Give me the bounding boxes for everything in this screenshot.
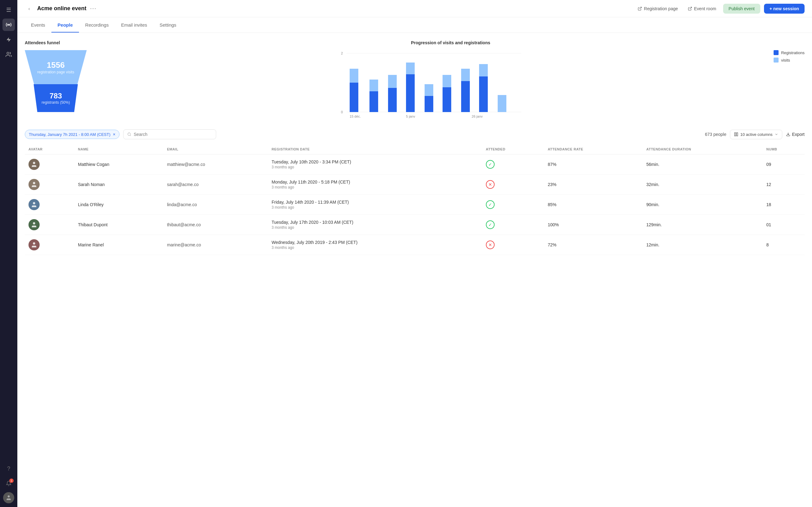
cell-email: matthiew@acme.co bbox=[163, 155, 268, 175]
bar-chart-svg: 2 0 bbox=[97, 50, 766, 118]
cell-name: Marine Ranel bbox=[74, 235, 163, 255]
col-attendance-rate: ATTENDANCE RATE bbox=[544, 144, 643, 155]
search-box[interactable] bbox=[123, 129, 216, 139]
col-avatar: AVATAR bbox=[25, 144, 74, 155]
lightning-icon[interactable] bbox=[2, 34, 15, 46]
menu-icon[interactable]: ☰ bbox=[2, 4, 15, 16]
filter-tag-close-button[interactable]: × bbox=[113, 132, 115, 137]
export-button[interactable]: Export bbox=[786, 132, 805, 137]
bar-reg-1 bbox=[349, 82, 358, 112]
table-row[interactable]: Matthiew Coganmatthiew@acme.coTuesday, J… bbox=[25, 155, 805, 175]
broadcast-icon[interactable] bbox=[2, 18, 15, 31]
people-table: AVATAR NAME EMAIL REGISTRATION DATE ATTE… bbox=[25, 144, 805, 255]
notifications-icon[interactable]: 1 bbox=[2, 477, 15, 490]
bar-vis-5 bbox=[425, 84, 433, 96]
help-icon[interactable]: ? bbox=[2, 462, 15, 475]
page-title: Acme online event bbox=[37, 5, 87, 12]
cell-num: 01 bbox=[763, 215, 805, 235]
chart-title: Progression of visits and registrations bbox=[97, 40, 805, 45]
cell-reg-date: Tuesday, July 10th 2020 - 3:34 PM (CET)3… bbox=[268, 155, 482, 175]
registration-page-link[interactable]: Registration page bbox=[635, 4, 681, 13]
cell-attended: ✕ bbox=[482, 175, 544, 195]
tab-email-invites[interactable]: Email invites bbox=[115, 17, 153, 33]
more-menu-button[interactable]: ··· bbox=[90, 5, 97, 12]
legend-visits: visits bbox=[774, 58, 805, 62]
svg-point-0 bbox=[8, 24, 9, 25]
content-area: Attendees funnel 1556 registration page … bbox=[17, 33, 812, 263]
table-row[interactable]: Thibaut Dupontthibaut@acme.coTuesday, Ju… bbox=[25, 215, 805, 235]
notification-badge-count: 1 bbox=[9, 478, 14, 483]
table-header-row: AVATAR NAME EMAIL REGISTRATION DATE ATTE… bbox=[25, 144, 805, 155]
bar-reg-2 bbox=[370, 91, 378, 112]
cell-attendance-rate: 72% bbox=[544, 235, 643, 255]
cell-attendance-rate: 85% bbox=[544, 195, 643, 215]
table-row[interactable]: Sarah Nomansarah@acme.coMonday, July 11t… bbox=[25, 175, 805, 195]
tab-events[interactable]: Events bbox=[25, 17, 51, 33]
svg-rect-15 bbox=[737, 133, 738, 136]
cell-attendance-duration: 90min. bbox=[643, 195, 762, 215]
tab-people[interactable]: People bbox=[51, 17, 79, 33]
svg-point-19 bbox=[33, 202, 35, 204]
cell-attendance-duration: 12min. bbox=[643, 235, 762, 255]
tab-settings[interactable]: Settings bbox=[153, 17, 182, 33]
funnel-visual: 1556 registration page visits 783 regist… bbox=[25, 50, 87, 112]
search-input[interactable] bbox=[134, 132, 212, 137]
registration-page-label: Registration page bbox=[644, 6, 678, 11]
cell-attendance-rate: 23% bbox=[544, 175, 643, 195]
columns-icon bbox=[734, 132, 738, 136]
legend-visits-color bbox=[774, 58, 778, 62]
publish-event-button[interactable]: Publish event bbox=[723, 4, 760, 14]
cell-name: Linda O'Riley bbox=[74, 195, 163, 215]
cell-avatar bbox=[25, 155, 74, 175]
svg-point-2 bbox=[8, 496, 10, 498]
funnel-top-label: registration page visits bbox=[37, 70, 74, 74]
charts-section: Attendees funnel 1556 registration page … bbox=[25, 40, 805, 119]
chevron-down-icon bbox=[774, 132, 778, 136]
cell-avatar bbox=[25, 235, 74, 255]
chart-legend: Registrations visits bbox=[766, 50, 805, 119]
tabs-bar: Events People Recordings Email invites S… bbox=[17, 17, 812, 33]
columns-button[interactable]: 10 active columns bbox=[730, 130, 782, 139]
bar-vis-8 bbox=[479, 64, 488, 76]
svg-text:5 janv: 5 janv bbox=[406, 115, 415, 118]
chart-area: 2 0 bbox=[97, 50, 805, 119]
bar-chart-container: Progression of visits and registrations … bbox=[97, 40, 805, 119]
cell-attended: ✕ bbox=[482, 235, 544, 255]
bar-vis-9 bbox=[498, 95, 506, 112]
svg-line-13 bbox=[130, 135, 131, 136]
bar-vis-4 bbox=[406, 62, 415, 74]
cell-attended: ✓ bbox=[482, 215, 544, 235]
col-email: EMAIL bbox=[163, 144, 268, 155]
table-toolbar: Thursday, January 7h 2021 - 8:00 AM (CES… bbox=[25, 129, 805, 139]
cell-avatar bbox=[25, 195, 74, 215]
table-row[interactable]: Linda O'Rileylinda@acme.coFriday, July 1… bbox=[25, 195, 805, 215]
funnel-title: Attendees funnel bbox=[25, 40, 87, 45]
new-session-button[interactable]: + new session bbox=[764, 4, 805, 14]
funnel-bottom: 783 registrants (50%) bbox=[30, 84, 82, 112]
legend-registrations-color bbox=[774, 50, 778, 55]
funnel-top: 1556 registration page visits bbox=[25, 50, 87, 84]
svg-text:26 janv: 26 janv bbox=[472, 115, 483, 118]
event-room-label: Event room bbox=[694, 6, 716, 11]
bar-vis-3 bbox=[388, 75, 397, 88]
svg-text:15 déc.: 15 déc. bbox=[349, 115, 361, 118]
back-button[interactable]: ‹ bbox=[25, 4, 34, 13]
cell-email: thibaut@acme.co bbox=[163, 215, 268, 235]
funnel-container: Attendees funnel 1556 registration page … bbox=[25, 40, 87, 112]
funnel-bottom-label: registrants (50%) bbox=[42, 100, 70, 105]
funnel-top-number: 1556 bbox=[47, 60, 65, 70]
chart-svg-wrapper: 2 0 bbox=[97, 50, 766, 119]
bar-reg-6 bbox=[442, 87, 451, 112]
event-room-link[interactable]: Event room bbox=[685, 4, 719, 13]
sidebar: ☰ ? 1 bbox=[0, 0, 17, 507]
date-filter-tag[interactable]: Thursday, January 7h 2021 - 8:00 AM (CES… bbox=[25, 130, 119, 139]
table-row[interactable]: Marine Ranelmarine@acme.coWednesday, Jul… bbox=[25, 235, 805, 255]
columns-label: 10 active columns bbox=[740, 132, 772, 137]
user-avatar[interactable] bbox=[3, 492, 14, 503]
people-icon[interactable] bbox=[2, 48, 15, 61]
svg-point-12 bbox=[127, 133, 130, 135]
main-content: ‹ Acme online event ··· Registration pag… bbox=[17, 0, 812, 507]
col-num: NUMB bbox=[763, 144, 805, 155]
table-section: Thursday, January 7h 2021 - 8:00 AM (CES… bbox=[25, 129, 805, 255]
tab-recordings[interactable]: Recordings bbox=[79, 17, 115, 33]
